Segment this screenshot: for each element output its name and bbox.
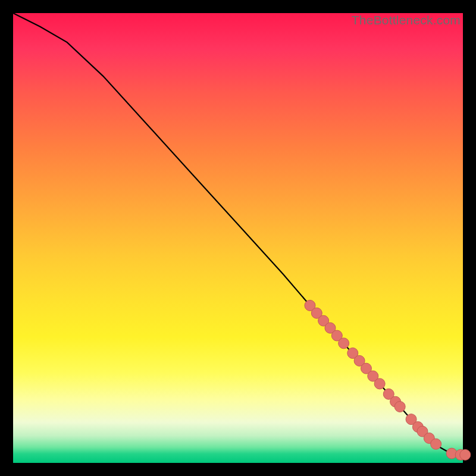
chart-frame: TheBottleneck.com xyxy=(0,0,476,476)
curve-line xyxy=(13,13,463,455)
data-marker xyxy=(431,439,441,449)
data-marker xyxy=(374,378,385,389)
plot-area: TheBottleneck.com xyxy=(13,13,463,463)
marker-group xyxy=(305,300,471,460)
chart-svg xyxy=(13,13,463,463)
data-marker xyxy=(460,449,471,460)
data-marker xyxy=(339,338,349,349)
data-marker xyxy=(394,402,405,412)
